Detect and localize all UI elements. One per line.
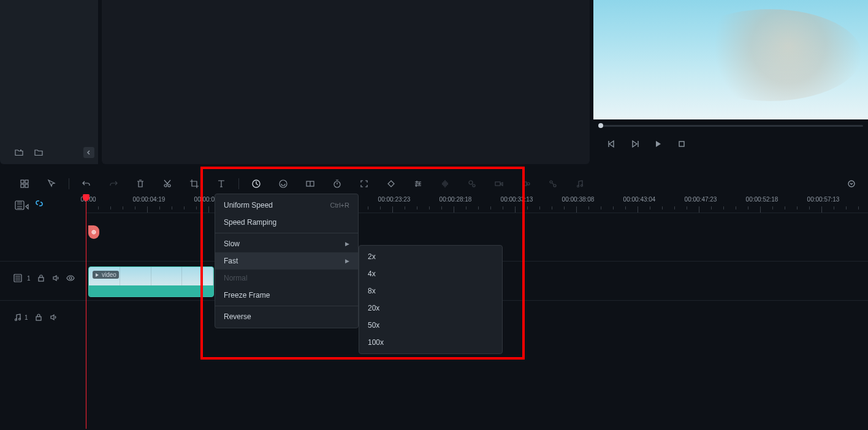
ruler-mark: 00:00:57:13 [807,196,840,203]
menu-freeze-frame[interactable]: Freeze Frame [215,287,358,304]
toolbar-divider [69,178,69,189]
svg-rect-13 [495,182,500,186]
lock-track-button[interactable] [37,274,45,282]
speed-button[interactable] [249,176,264,191]
preview-panel [593,0,868,164]
redo-button[interactable] [106,176,121,191]
menu-normal: Normal [215,270,358,287]
play-indicator-icon [95,273,100,277]
svg-point-16 [550,181,552,183]
fast-submenu: 2x 4x 8x 20x 50x 100x [359,245,503,354]
svg-point-26 [15,319,17,321]
preview-video[interactable] [593,0,868,119]
crop-button[interactable] [187,176,202,191]
music-button[interactable] [573,176,587,191]
track-number: 1 [27,275,31,282]
menu-slow[interactable]: Slow ▶ [215,235,358,252]
svg-point-11 [469,181,473,184]
ruler-mark: 00:00:28:18 [440,196,472,203]
media-panel [102,0,590,164]
effect-marker[interactable] [88,225,99,239]
track-number: 1 [25,314,28,321]
timeline-toolbar [0,172,868,196]
svg-rect-2 [25,180,28,183]
ruler-mark: 00:00:47:23 [685,196,717,203]
mute-track-button[interactable] [49,313,58,322]
effect-button[interactable] [465,176,479,191]
keyframe-button[interactable] [384,176,398,191]
submenu-20x[interactable]: 20x [359,300,502,317]
menu-uniform-speed[interactable]: Uniform Speed Ctrl+R [215,197,358,214]
menu-speed-ramping[interactable]: Speed Ramping [215,214,358,231]
media-library-sidebar [0,0,98,164]
menu-divider [215,306,358,306]
ruler-mark: 00:00:33:13 [501,196,533,203]
svg-point-27 [19,319,21,320]
menu-fast[interactable]: Fast ▶ [215,252,358,270]
svg-point-17 [554,184,556,187]
svg-rect-3 [21,184,24,187]
scrubber-thumb[interactable] [598,123,603,128]
new-folder-icon[interactable] [13,147,25,158]
audio-track-icon[interactable] [13,313,22,322]
ruler-mark: 00:00:04:19 [133,196,166,203]
video-track-icon[interactable] [13,274,25,282]
grid-view-button[interactable] [17,176,32,191]
cut-button[interactable] [160,176,175,191]
speed-context-menu: Uniform Speed Ctrl+R Speed Ramping Slow … [215,194,359,328]
adjust-button[interactable] [411,176,425,191]
svg-rect-1 [21,180,24,183]
timeline-ruler[interactable]: 00:00 00:00:04:19 00:00:09:00 00:00:23:2… [86,196,868,213]
lock-track-button[interactable] [34,313,43,322]
text-button[interactable] [214,176,229,191]
video-clip[interactable]: video [88,266,214,297]
menu-reverse[interactable]: Reverse [215,308,358,325]
svg-rect-4 [25,184,28,187]
play-step-button[interactable] [629,138,641,150]
collapse-sidebar-button[interactable] [83,147,94,158]
svg-rect-0 [679,141,684,146]
submenu-2x[interactable]: 2x [359,248,502,265]
svg-rect-24 [39,277,44,281]
submenu-4x[interactable]: 4x [359,265,502,282]
menu-divider [215,233,358,233]
svg-point-19 [581,185,583,187]
timeline-media-icon[interactable] [15,200,31,210]
svg-rect-14 [523,182,527,186]
svg-point-15 [527,183,530,185]
undo-button[interactable] [79,176,94,191]
svg-point-18 [577,186,579,187]
chevron-right-icon: ▶ [345,258,349,264]
audio-mixer-button[interactable] [438,176,452,191]
submenu-100x[interactable]: 100x [359,334,502,351]
playhead[interactable] [86,196,86,429]
expand-toolbar-button[interactable] [847,179,856,188]
svg-point-12 [473,184,475,187]
play-button[interactable] [652,138,664,150]
ruler-mark: 00:00:23:23 [378,196,411,203]
swap-button[interactable] [546,176,560,191]
record-button[interactable] [492,176,506,191]
svg-rect-28 [36,317,41,320]
visibility-button[interactable] [66,274,75,282]
color-button[interactable] [276,176,291,191]
delete-button[interactable] [133,176,148,191]
ruler-mark: 00:00:38:08 [562,196,595,203]
preview-scrubber[interactable] [593,119,868,132]
svg-point-20 [848,181,855,187]
step-back-button[interactable] [606,138,618,150]
stop-button[interactable] [676,138,688,150]
ruler-mark: 00:00:43:04 [623,196,656,203]
aspect-button[interactable] [303,176,318,191]
submenu-50x[interactable]: 50x [359,317,502,334]
fit-button[interactable] [357,176,371,191]
submenu-8x[interactable]: 8x [359,282,502,300]
open-folder-icon[interactable] [33,147,44,158]
auto-link-icon[interactable] [34,198,44,208]
record-vo-button[interactable] [519,176,533,191]
mute-track-button[interactable] [51,274,60,282]
svg-point-5 [164,184,167,187]
cursor-tool-button[interactable] [44,176,59,191]
svg-point-8 [280,180,287,187]
timer-button[interactable] [330,176,345,191]
